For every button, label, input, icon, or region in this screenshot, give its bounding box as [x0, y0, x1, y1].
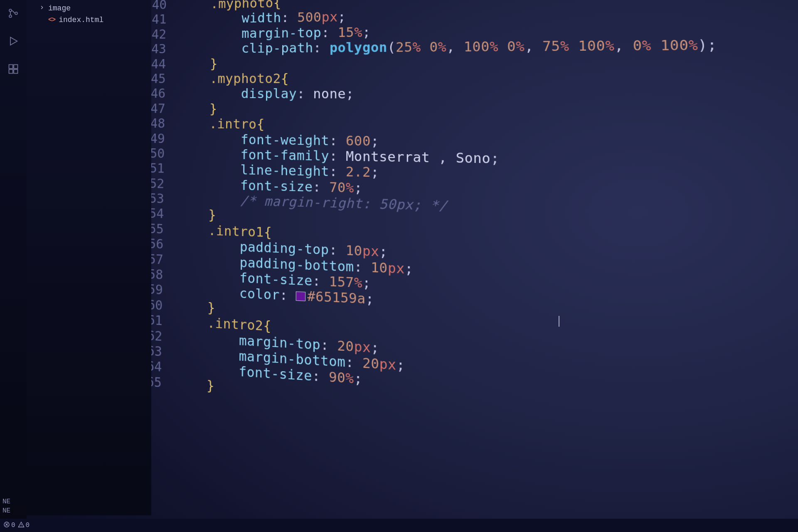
- line-number: 53: [151, 191, 177, 207]
- status-warnings[interactable]: 0: [18, 521, 30, 530]
- code-text[interactable]: }: [178, 101, 217, 116]
- line-number: 48: [151, 116, 178, 131]
- line-number: 65: [151, 374, 175, 391]
- error-count: 0: [11, 522, 15, 529]
- line-number: 58: [151, 266, 177, 283]
- line-number: 45: [151, 71, 179, 86]
- code-text[interactable]: margin-top: 15%;: [180, 25, 371, 42]
- line-number: 61: [151, 312, 176, 329]
- code-text[interactable]: .intro{: [178, 116, 265, 132]
- line-number: 54: [151, 206, 177, 222]
- extensions-icon[interactable]: [7, 63, 19, 77]
- activity-bar: [0, 0, 27, 532]
- line-number: 59: [151, 282, 176, 298]
- svg-rect-6: [14, 69, 17, 73]
- ne-marker: NE: [2, 506, 10, 515]
- svg-rect-4: [14, 65, 17, 69]
- line-number: 63: [151, 343, 175, 360]
- line-number: 55: [151, 221, 177, 237]
- svg-point-1: [9, 15, 12, 17]
- code-editor[interactable]: 40 .myphoto{41 width: 500px;42 margin-to…: [151, 0, 798, 519]
- svg-point-0: [9, 9, 12, 12]
- outline-section: NE NE: [2, 497, 10, 515]
- line-number: 40: [151, 0, 180, 12]
- ne-marker: NE: [2, 497, 10, 506]
- warning-icon: [18, 521, 25, 530]
- line-number: 57: [151, 251, 177, 268]
- code-text[interactable]: }: [179, 56, 218, 71]
- code-content[interactable]: 40 .myphoto{41 width: 500px;42 margin-to…: [151, 0, 726, 427]
- color-swatch: [296, 291, 305, 301]
- status-bar: 0 0: [0, 519, 798, 532]
- file-index-html[interactable]: index.html: [27, 14, 151, 26]
- code-text[interactable]: }: [177, 207, 216, 223]
- line-number: 44: [151, 56, 179, 71]
- code-line[interactable]: 45 .myphoto2{: [151, 70, 718, 86]
- line-number: 43: [151, 42, 180, 57]
- folder-image[interactable]: image: [27, 2, 151, 14]
- line-number: 52: [151, 176, 177, 192]
- warning-count: 0: [26, 522, 30, 529]
- line-number: 46: [151, 86, 179, 101]
- line-number: 56: [151, 236, 177, 252]
- code-text[interactable]: .myphoto{: [180, 0, 281, 12]
- svg-rect-5: [9, 69, 13, 73]
- svg-rect-3: [9, 65, 13, 69]
- file-label: index.html: [59, 16, 103, 24]
- run-debug-icon[interactable]: [7, 35, 19, 49]
- code-text[interactable]: }: [176, 298, 215, 316]
- code-text[interactable]: display: none;: [179, 86, 354, 102]
- svg-point-2: [15, 12, 17, 15]
- line-number: 62: [151, 328, 176, 345]
- code-text[interactable]: .myphoto2{: [179, 71, 289, 86]
- line-number: 49: [151, 131, 178, 146]
- code-text[interactable]: width: 500px;: [180, 9, 346, 26]
- file-explorer: image index.html: [27, 0, 151, 515]
- source-control-icon[interactable]: [7, 7, 19, 21]
- error-icon: [3, 521, 10, 530]
- line-number: 51: [151, 161, 178, 177]
- status-errors[interactable]: 0: [3, 521, 15, 530]
- code-line[interactable]: 44 }: [151, 54, 717, 71]
- line-number: 50: [151, 146, 178, 161]
- folder-label: image: [48, 4, 71, 12]
- line-number: 41: [151, 12, 180, 27]
- line-number: 60: [151, 297, 176, 314]
- line-number: 47: [151, 101, 179, 116]
- line-number: 42: [151, 27, 180, 42]
- chevron-right-icon: [39, 4, 45, 12]
- html-file-icon: [48, 16, 55, 24]
- line-number: 64: [151, 358, 175, 375]
- code-line[interactable]: 46 display: none;: [151, 86, 718, 103]
- text-cursor: [559, 316, 559, 327]
- code-text[interactable]: }: [175, 376, 214, 394]
